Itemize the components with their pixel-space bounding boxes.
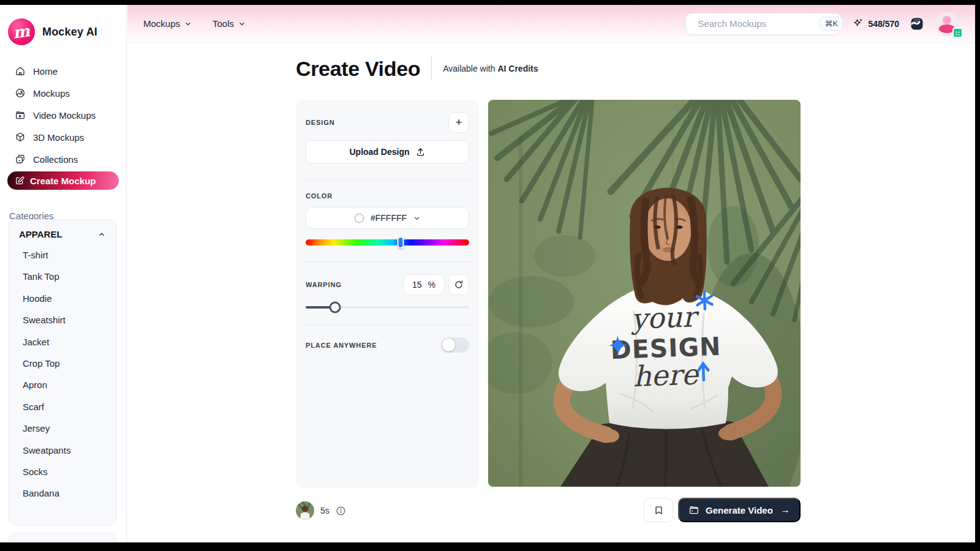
brand-logo-icon: m [8, 18, 35, 45]
category-item-hoodie[interactable]: Hoodie [9, 288, 116, 309]
search-box[interactable]: ⌘K [685, 13, 842, 35]
category-item-tshirt[interactable]: T-shirt [9, 244, 116, 266]
avatar-head [943, 16, 951, 24]
control-panel: DESIGN + Upload Design COLOR #FFFFFF WAR… [296, 100, 479, 488]
category-item-croptop[interactable]: Crop Top [9, 353, 116, 374]
warping-slider[interactable] [306, 306, 469, 309]
mockup-preview: your DESIGN here [488, 100, 801, 487]
dots-icon [954, 29, 962, 37]
topbar: Mockups Tools ⌘K 548/570 [127, 5, 975, 43]
menu-label: Tools [213, 18, 234, 29]
sidebar-item-video-mockups[interactable]: Video Mockups [0, 104, 126, 126]
avatar-status-badge [952, 28, 963, 38]
place-anywhere-toggle[interactable] [441, 337, 469, 353]
warping-value-input[interactable]: 15 % [403, 274, 445, 295]
category-item-sweatshirt[interactable]: Sweatshirt [9, 309, 116, 331]
brand-logo[interactable]: m Mockey AI [0, 5, 126, 45]
sidebar-item-mockups[interactable]: Mockups [0, 82, 126, 104]
sparkle-icon [852, 18, 864, 29]
menu-mockups[interactable]: Mockups [143, 18, 192, 29]
search-input[interactable] [698, 18, 820, 29]
hue-slider[interactable] [306, 239, 469, 246]
category-group-baby-header[interactable]: BABY [9, 533, 116, 542]
brand-name: Mockey AI [42, 26, 97, 39]
category-group-apparel: APPAREL T-shirt Tank Top Hoodie Sweatshi… [9, 219, 116, 525]
sidebar-item-label: Collections [33, 154, 78, 165]
chevron-down-icon [413, 214, 421, 222]
credits-count: 548/570 [868, 19, 899, 29]
refresh-icon [454, 280, 464, 290]
generate-video-label: Generate Video [706, 505, 773, 515]
category-item-jersey[interactable]: Jersey [9, 418, 116, 439]
sidebar-item-label: Video Mockups [33, 110, 96, 121]
sidebar-item-label: Home [33, 66, 58, 77]
keyboard-shortcut-badge: ⌘K [820, 17, 843, 31]
user-avatar[interactable] [935, 12, 959, 36]
divider [303, 324, 472, 325]
color-select[interactable]: #FFFFFF [306, 207, 469, 229]
edit-square-icon [15, 176, 24, 186]
category-item-socks[interactable]: Socks [9, 461, 116, 482]
info-icon[interactable] [336, 506, 346, 516]
sidebar-item-create-mockup[interactable]: Create Mockup [7, 171, 119, 190]
bookmark-button[interactable] [644, 498, 673, 522]
sidebar-item-home[interactable]: Home [0, 60, 126, 82]
divider [303, 179, 472, 180]
mockup-image: your DESIGN here [488, 100, 801, 487]
mockup-thumbnail[interactable] [296, 501, 314, 520]
menu-label: Mockups [143, 18, 180, 29]
sidebar-item-3d-mockups[interactable]: 3D Mockups [0, 126, 126, 148]
bookmark-icon [654, 505, 664, 515]
menu-tools[interactable]: Tools [213, 18, 246, 29]
image-circle-icon [15, 88, 26, 99]
topbar-right: ⌘K 548/570 [685, 12, 959, 36]
sidebar-item-label: Create Mockup [30, 176, 96, 186]
color-value: #FFFFFF [371, 213, 407, 223]
category-item-jacket[interactable]: Jacket [9, 331, 116, 353]
preview-meta: 5s [296, 501, 346, 520]
credits-indicator[interactable]: 548/570 [852, 18, 899, 29]
design-text-line3: here [633, 358, 701, 393]
upload-design-button[interactable]: Upload Design [306, 140, 469, 163]
add-design-button[interactable]: + [448, 112, 469, 133]
title-divider [431, 56, 432, 81]
color-swatch [354, 213, 364, 223]
app-window: m Mockey AI Home Mockups Video Mockups 3… [0, 5, 975, 542]
design-text-line1: your [630, 300, 700, 335]
arrow-right-icon: → [780, 504, 790, 515]
toggle-knob [442, 339, 455, 351]
category-item-scarf[interactable]: Scarf [9, 396, 116, 418]
category-group-baby: BABY [9, 533, 116, 542]
divider [303, 261, 472, 262]
page-title: Create Video [296, 57, 420, 81]
category-group-label: APPAREL [19, 229, 62, 239]
category-item-tanktop[interactable]: Tank Top [9, 266, 116, 287]
sidebar-item-label: 3D Mockups [33, 132, 84, 143]
category-group-apparel-header[interactable]: APPAREL [9, 220, 116, 244]
warping-reset-button[interactable] [448, 274, 469, 295]
warping-value: 15 [412, 280, 422, 290]
page-header: Create Video Available with AI Credits [296, 56, 538, 81]
gallery-icon[interactable] [910, 17, 924, 31]
clapperboard-icon [688, 504, 699, 515]
upload-icon [415, 147, 426, 157]
sidebar: m Mockey AI Home Mockups Video Mockups 3… [0, 5, 127, 542]
color-label: COLOR [306, 192, 469, 200]
hue-slider-handle[interactable] [397, 236, 404, 249]
warping-unit: % [428, 280, 435, 290]
sidebar-item-collections[interactable]: Collections [0, 148, 126, 170]
category-item-bandana[interactable]: Bandana [9, 482, 116, 504]
cube-icon [15, 132, 26, 143]
topbar-menus: Mockups Tools [143, 18, 246, 29]
availability-bold: AI Credits [497, 64, 538, 73]
collections-icon [15, 154, 26, 165]
generate-video-button[interactable]: Generate Video → [678, 498, 801, 522]
design-label: DESIGN [306, 119, 334, 126]
video-duration: 5s [320, 506, 330, 515]
warping-slider-handle[interactable] [330, 302, 341, 313]
brand-logo-letter: m [12, 23, 31, 41]
category-item-apron[interactable]: Apron [9, 374, 116, 395]
availability-note: Available with AI Credits [443, 64, 538, 73]
sidebar-nav: Home Mockups Video Mockups 3D Mockups Co… [0, 60, 126, 190]
category-item-sweatpants[interactable]: Sweatpants [9, 440, 116, 461]
